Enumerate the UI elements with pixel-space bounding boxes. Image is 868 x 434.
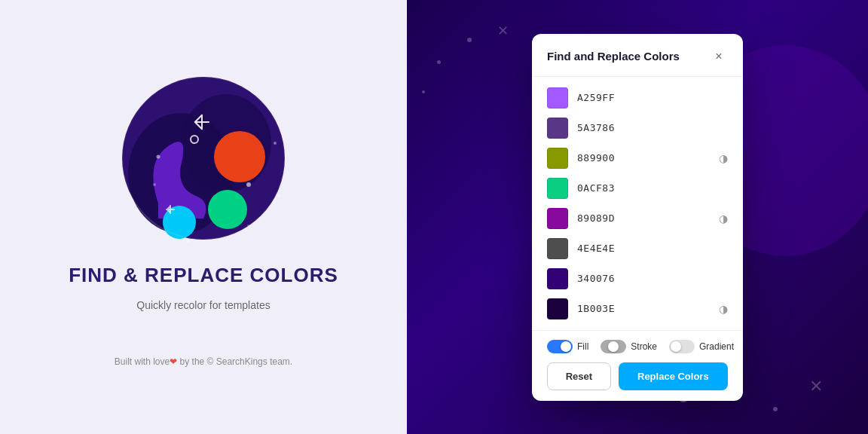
opacity-icon: ◑ (719, 212, 728, 225)
toggle-knob (608, 341, 619, 352)
right-panel: ✕ ✕ + Find and Replace Colors × A259FF5A… (407, 0, 868, 434)
deco-dot-2 (437, 60, 441, 64)
svg-point-17 (157, 154, 160, 158)
color-hex-label: 889900 (577, 152, 710, 164)
deco-dot-6 (773, 407, 778, 411)
svg-point-16 (246, 182, 251, 187)
toggle-group-fill: Fill (547, 340, 588, 353)
app-subtitle: Quickly recolor for templates (136, 299, 270, 311)
toggle-label-gradient: Gradient (699, 341, 734, 352)
svg-point-21 (187, 240, 190, 243)
deco-cross-1: ✕ (497, 23, 509, 39)
color-row[interactable]: 4E4E4E (532, 234, 743, 264)
color-swatch (547, 298, 568, 319)
heart-icon: ❤ (170, 356, 177, 367)
color-hex-label: 340076 (577, 273, 728, 284)
close-button[interactable]: × (710, 47, 728, 66)
opacity-icon: ◑ (719, 152, 728, 164)
svg-rect-8 (194, 121, 209, 123)
color-swatch (547, 87, 568, 108)
svg-point-4 (214, 131, 265, 182)
color-list: A259FF5A3786889900◑0ACF8389089D◑4E4E4E34… (532, 77, 743, 330)
toggle-label-fill: Fill (577, 341, 588, 352)
deco-dot-1 (467, 38, 472, 42)
color-row[interactable]: 1B003E◑ (532, 294, 743, 324)
color-row[interactable]: 340076 (532, 264, 743, 294)
illustration (113, 68, 294, 249)
color-row[interactable]: 5A3786 (532, 113, 743, 143)
dialog-footer: FillStrokeGradient Reset Replace Colors (532, 330, 743, 401)
deco-dot-3 (422, 90, 425, 93)
toggle-knob (671, 341, 681, 352)
color-row[interactable]: 89089D◑ (532, 203, 743, 234)
button-row: Reset Replace Colors (547, 362, 728, 390)
svg-point-5 (208, 190, 247, 229)
replace-colors-button[interactable]: Replace Colors (619, 362, 728, 390)
toggle-group-gradient: Gradient (669, 340, 734, 353)
footer-text-start: Built with love (115, 356, 170, 367)
color-row[interactable]: 889900◑ (532, 143, 743, 173)
left-panel: FIND & REPLACE COLORS Quickly recolor fo… (0, 0, 407, 434)
color-swatch (547, 268, 568, 289)
color-swatch (547, 208, 568, 229)
color-row[interactable]: 0ACF83 (532, 173, 743, 203)
color-hex-label: 5A3786 (577, 122, 728, 133)
app-title: FIND & REPLACE COLORS (69, 264, 338, 287)
color-hex-label: 4E4E4E (577, 243, 728, 254)
toggle-gradient[interactable] (669, 340, 695, 353)
find-replace-dialog: Find and Replace Colors × A259FF5A378688… (532, 34, 743, 401)
svg-point-22 (153, 183, 156, 186)
toggle-label-stroke: Stroke (631, 341, 657, 352)
dialog-header: Find and Replace Colors × (532, 34, 743, 77)
color-swatch (547, 148, 568, 169)
reset-button[interactable]: Reset (547, 362, 611, 390)
svg-point-19 (277, 194, 280, 197)
color-hex-label: 0ACF83 (577, 182, 728, 194)
color-hex-label: A259FF (577, 92, 728, 103)
toggle-knob (561, 341, 571, 352)
toggle-group-stroke: Stroke (601, 340, 657, 353)
footer-text: Built with love❤ by the © SearchKings te… (115, 356, 292, 367)
color-row[interactable]: A259FF (532, 83, 743, 113)
color-swatch (547, 238, 568, 259)
deco-cross-2: ✕ (809, 377, 823, 396)
color-hex-label: 89089D (577, 212, 710, 224)
footer-text-end: by the © SearchKings team. (177, 356, 292, 367)
toggle-stroke[interactable] (601, 340, 626, 353)
opacity-icon: ◑ (719, 303, 728, 315)
color-swatch (547, 178, 568, 199)
color-swatch (547, 118, 568, 139)
toggle-row: FillStrokeGradient (547, 340, 728, 353)
color-hex-label: 1B003E (577, 303, 710, 314)
svg-point-18 (274, 142, 277, 145)
dialog-title: Find and Replace Colors (547, 50, 680, 63)
toggle-fill[interactable] (547, 340, 573, 353)
